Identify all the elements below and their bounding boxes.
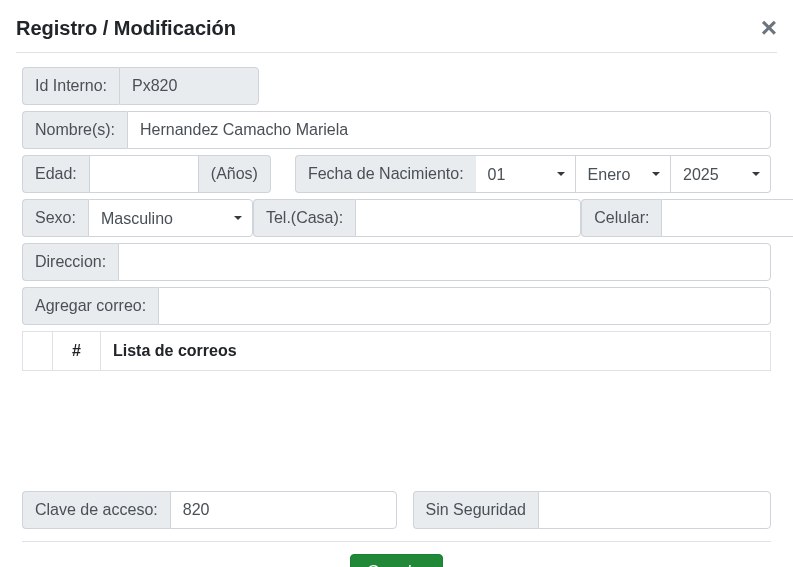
edad-input[interactable] [89,155,199,193]
celular-label: Celular: [581,199,661,237]
celular-input[interactable] [661,199,793,237]
nombres-label: Nombre(s): [22,111,127,149]
close-button[interactable]: × [761,14,777,42]
modal-title: Registro / Modificación [16,17,236,40]
direccion-label: Direccion: [22,243,118,281]
correo-group: Agregar correo: [22,287,771,325]
close-icon: × [761,12,777,43]
correo-input[interactable] [158,287,771,325]
direccion-group: Direccion: [22,243,771,281]
form-body: Id Interno: Nombre(s): Edad: (Años) Fech… [16,67,777,567]
fecha-group: Fecha de Nacimiento: 01 Enero 2025 [295,155,771,193]
table-col-num: # [53,332,101,371]
sin-seguridad-label: Sin Seguridad [413,491,539,529]
nombres-group: Nombre(s): [22,111,771,149]
footer-divider [22,541,771,542]
seguridad-group: Sin Seguridad [413,491,772,529]
nombres-input[interactable] [127,111,771,149]
tel-casa-input[interactable] [355,199,581,237]
modal-header: Registro / Modificación × [16,14,777,53]
mes-select[interactable]: Enero [576,155,671,193]
sexo-group: Sexo: Masculino [22,199,253,237]
seguridad-input[interactable] [538,491,771,529]
dia-select[interactable]: 01 [476,155,576,193]
fecha-label: Fecha de Nacimiento: [295,155,476,193]
guardar-button[interactable]: Guardar [350,554,443,567]
table-col-blank [23,332,53,371]
tel-casa-label: Tel.(Casa): [253,199,355,237]
modal-dialog: Registro / Modificación × Id Interno: No… [0,0,793,567]
celular-group: Celular: [581,199,793,237]
id-interno-input [119,67,259,105]
clave-group: Clave de acceso: [22,491,397,529]
table-col-lista: Lista de correos [101,332,771,371]
anos-label: (Años) [199,155,271,193]
clave-input[interactable] [170,491,397,529]
id-interno-label: Id Interno: [22,67,119,105]
table-header-row: # Lista de correos [23,332,771,371]
clave-label: Clave de acceso: [22,491,170,529]
anio-select[interactable]: 2025 [671,155,771,193]
correos-table: # Lista de correos [22,331,771,371]
id-interno-group: Id Interno: [22,67,259,105]
agregar-correo-label: Agregar correo: [22,287,158,325]
direccion-input[interactable] [118,243,771,281]
sexo-label: Sexo: [22,199,88,237]
edad-group: Edad: (Años) [22,155,271,193]
edad-label: Edad: [22,155,89,193]
sexo-select[interactable]: Masculino [88,199,253,237]
tel-casa-group: Tel.(Casa): [253,199,581,237]
